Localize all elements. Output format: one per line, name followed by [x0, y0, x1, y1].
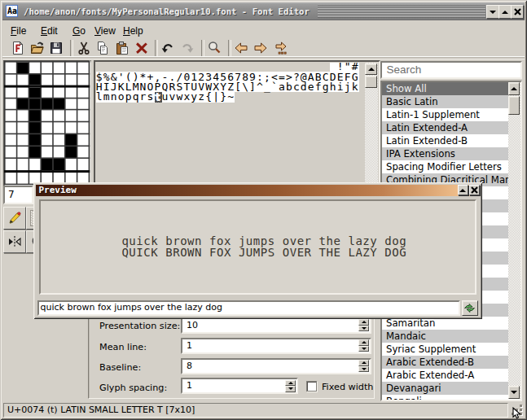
mean-line-spinner[interactable]: [358, 339, 369, 352]
preview-rollup-button[interactable]: [458, 185, 468, 195]
block-list-item[interactable]: Arabic Extended-A: [382, 369, 520, 382]
baseline-field[interactable]: 8: [181, 358, 371, 374]
glyph-spacing-value: 1: [187, 379, 192, 392]
goto-glyph-button[interactable]: [272, 40, 288, 56]
list-scroll-up-button[interactable]: [508, 82, 520, 95]
maximize-button[interactable]: [498, 5, 512, 19]
block-list-item[interactable]: Show All: [382, 82, 520, 95]
next-glyph-button[interactable]: [253, 40, 269, 56]
svg-text:Aa: Aa: [7, 7, 17, 15]
menubar: File Edit Go View Help: [2, 20, 525, 38]
preview-close-button[interactable]: [469, 185, 480, 195]
preview-dialog-titlebar[interactable]: Preview: [36, 185, 480, 197]
mean-line-value: 1: [187, 339, 192, 352]
toolbar-divider: [2, 56, 525, 59]
baseline-label: Baseline:: [99, 362, 141, 373]
flip-horizontal-button[interactable]: [3, 230, 26, 253]
toolbar-separator: [155, 40, 158, 56]
charmap-scrollbar-thumb[interactable]: [365, 76, 377, 88]
block-list-item[interactable]: Devanagari: [382, 382, 520, 395]
paste-button[interactable]: [114, 40, 130, 56]
block-list-item[interactable]: IPA Extensions: [382, 147, 520, 160]
spin-up-icon: [362, 321, 367, 323]
spin-down-icon: [362, 348, 367, 350]
next-glyph-icon: [253, 40, 269, 56]
block-list-item[interactable]: Syriac Supplement: [382, 343, 520, 356]
block-list-item[interactable]: Bengali: [382, 395, 520, 401]
presentation-size-spinner[interactable]: [358, 319, 369, 331]
menu-file[interactable]: File: [11, 23, 26, 39]
glyph-spacing-field[interactable]: 1: [181, 378, 298, 394]
glyph-width-value: 7: [8, 188, 15, 202]
undo-button[interactable]: [160, 40, 176, 56]
preview-refresh-button[interactable]: [462, 300, 478, 316]
menu-help[interactable]: Help: [123, 23, 143, 39]
baseline-spinner[interactable]: [358, 360, 369, 372]
glyph-spacing-spinner[interactable]: [285, 380, 296, 392]
spin-down-button[interactable]: [358, 366, 369, 373]
preview-text-input[interactable]: quick brown fox jumps over the lazy dog: [37, 300, 461, 316]
window-title: /home/anon/fonts/MyPersonalRegular10.fon…: [24, 2, 310, 20]
preview-text-uppercase: QUICK BROWN FOX JUMPS OVER THE LAZY DOG: [121, 247, 406, 258]
block-list-item[interactable]: Latin Extended-A: [382, 121, 520, 134]
delete-button[interactable]: [134, 40, 150, 56]
spin-down-button[interactable]: [358, 346, 369, 352]
menu-view[interactable]: View: [94, 23, 116, 39]
new-font-button[interactable]: [10, 40, 26, 56]
minimize-button[interactable]: [486, 5, 499, 19]
list-scrollbar-thumb[interactable]: [508, 96, 520, 115]
toolbar-separator: [201, 40, 204, 56]
close-button[interactable]: [511, 5, 524, 19]
block-list-item[interactable]: Basic Latin: [382, 95, 520, 108]
spin-down-button[interactable]: [285, 386, 296, 392]
selected-char-cell[interactable]: t: [155, 92, 162, 102]
spin-up-button[interactable]: [358, 319, 369, 326]
search-placeholder: Search: [387, 63, 422, 77]
spin-up-button[interactable]: [285, 380, 296, 387]
block-list-scrollbar[interactable]: [508, 82, 521, 399]
spin-down-icon: [362, 327, 367, 330]
cut-button[interactable]: [76, 40, 92, 56]
menu-go[interactable]: Go: [72, 23, 86, 39]
spin-up-button[interactable]: [358, 339, 369, 346]
close-icon: [514, 8, 521, 15]
spin-down-icon: [362, 368, 367, 370]
open-button[interactable]: [29, 40, 46, 56]
preview-text-lowercase: quick brown fox jumps over the lazy dog: [121, 236, 406, 247]
glyph-editor-grid[interactable]: [3, 60, 91, 186]
preview-input-value: quick brown fox jumps over the lazy dog: [41, 302, 222, 314]
find-button[interactable]: [206, 40, 222, 56]
presentation-size-field[interactable]: 10: [181, 317, 371, 334]
previous-glyph-button[interactable]: [233, 40, 249, 56]
spin-up-button[interactable]: [358, 360, 369, 366]
spin-up-icon: [288, 382, 293, 384]
copy-icon: [94, 40, 111, 56]
block-list-item[interactable]: Arabic Extended-B: [382, 356, 520, 369]
titlebar[interactable]: Aa /home/anon/fonts/MyPersonalRegular10.…: [2, 2, 525, 20]
list-scroll-down-button[interactable]: [508, 386, 520, 399]
block-list-item[interactable]: Spacing Modifier Letters: [382, 160, 520, 173]
save-button[interactable]: [48, 40, 64, 56]
copy-button[interactable]: [94, 40, 111, 56]
block-list-item[interactable]: Latin-1 Supplement: [382, 108, 520, 121]
previous-glyph-icon: [233, 40, 249, 56]
spin-down-button[interactable]: [358, 326, 369, 332]
spin-up-icon: [362, 341, 367, 343]
scroll-up-icon: [511, 87, 517, 90]
new-font-icon: [10, 40, 26, 56]
toolbar: [2, 38, 525, 56]
mean-line-field[interactable]: 1: [181, 338, 371, 354]
spin-down-icon: [288, 387, 293, 390]
close-icon: [471, 186, 478, 194]
menu-edit[interactable]: Edit: [41, 23, 58, 39]
charmap-scroll-up-button[interactable]: [365, 63, 377, 75]
delete-icon: [134, 40, 150, 56]
fixed-width-checkbox[interactable]: [306, 381, 317, 392]
charmap-row-segment: uvwxyz{|}~: [162, 90, 235, 103]
search-input[interactable]: Search: [380, 61, 522, 79]
pencil-icon: [6, 209, 24, 227]
block-list-item[interactable]: Latin Extended-B: [382, 134, 520, 147]
glyph-width-field[interactable]: 7: [3, 186, 33, 204]
pencil-tool-button[interactable]: [3, 207, 26, 230]
block-list-item[interactable]: Mandaic: [382, 330, 520, 343]
